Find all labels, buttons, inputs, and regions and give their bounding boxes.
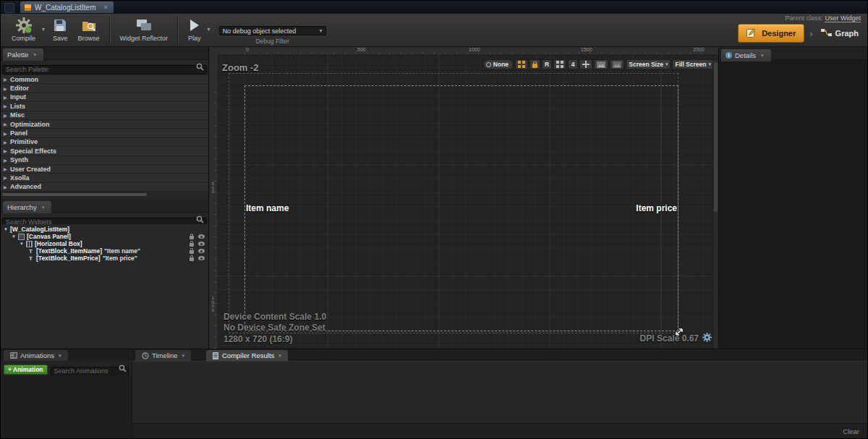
add-animation-button[interactable]: + Animation [4, 365, 48, 375]
palette-search-input[interactable] [2, 65, 207, 74]
clear-button[interactable]: Clear [843, 427, 859, 435]
lock-icon[interactable] [190, 236, 194, 239]
screen-size-select[interactable]: Screen Size ▾ [626, 59, 671, 69]
hierarchy-row[interactable]: ▼[Canvas Panel] [1, 233, 208, 240]
palette-category-label: Panel [10, 129, 27, 137]
titlebar: W_CatalogListItem × [1, 1, 867, 14]
rotation-mode-button[interactable]: R [542, 59, 552, 69]
expand-arrow-icon[interactable]: ▶ [4, 77, 10, 82]
palette-category[interactable]: ▶Common [1, 75, 208, 84]
scrollbar-thumb[interactable] [714, 62, 718, 212]
item-name-text-widget[interactable]: Item name [246, 203, 289, 213]
palette-category[interactable]: ▶Xsolla [1, 174, 208, 182]
expand-arrow-icon[interactable]: ▶ [4, 175, 10, 180]
palette-category-label: Special Effects [10, 148, 56, 155]
fill-screen-select[interactable]: Fill Screen ▾ [672, 59, 714, 69]
play-options-caret[interactable]: ▾ [206, 25, 212, 34]
expand-arrow-icon[interactable]: ▼ [4, 227, 10, 231]
palette-category[interactable]: ▶Panel [1, 129, 208, 137]
palette-category[interactable]: ▶Editor [1, 84, 208, 93]
save-button[interactable]: Save [48, 16, 73, 43]
compile-button[interactable]: Compile [7, 16, 41, 43]
animations-list-area[interactable] [1, 375, 132, 438]
widget-name: [TextBlock_ItemPrice] [36, 255, 101, 262]
chevron-down-icon: ▾ [665, 61, 668, 67]
animation-mode-select[interactable]: None [483, 59, 514, 69]
tab-details[interactable]: i Details ▾ [721, 49, 771, 61]
eye-icon[interactable] [198, 249, 205, 253]
expand-arrow-icon[interactable]: ▶ [4, 103, 10, 108]
hierarchy-row[interactable]: T[TextBlock_ItemName]"Item name" [1, 247, 208, 255]
dpi-scale-label: DPI Scale 0.67 [640, 333, 699, 344]
palette-category[interactable]: ▶Input [1, 93, 208, 102]
palette-scrollbar[interactable] [1, 192, 208, 197]
document-tab[interactable]: W_CatalogListItem × [20, 1, 114, 13]
expand-arrow-icon[interactable]: ▶ [4, 158, 10, 163]
tab-hierarchy[interactable]: Hierarchy ▾ [3, 201, 51, 213]
tab-close-icon[interactable]: × [103, 4, 107, 11]
move-tool-button[interactable] [579, 59, 592, 69]
palette-category-label: User Created [10, 166, 51, 173]
expand-arrow-icon[interactable]: ▼ [20, 242, 26, 246]
palette-category[interactable]: ▶Synth [1, 156, 208, 165]
debug-object-select[interactable]: No debug object selected ▾ [219, 26, 326, 35]
widget-reflector-button[interactable]: Widget Reflector [115, 16, 174, 43]
expand-arrow-icon[interactable]: ▶ [4, 122, 10, 127]
item-price-text-widget[interactable]: Item price [636, 203, 677, 213]
lock-toggle[interactable] [529, 59, 540, 69]
viewport-vertical-scrollbar[interactable] [712, 60, 718, 349]
parent-class-link[interactable]: User Widget [825, 14, 861, 22]
hierarchy-row[interactable]: T[TextBlock_ItemPrice]"Item price" [1, 255, 208, 262]
palette-category-label: Input [10, 93, 26, 101]
expand-arrow-icon[interactable]: ▶ [4, 184, 10, 189]
play-button[interactable]: Play [183, 16, 206, 43]
palette-category[interactable]: ▶Advanced [1, 183, 208, 192]
compile-options-caret[interactable]: ▾ [41, 25, 46, 34]
hierarchy-header: Hierarchy ▾ [1, 200, 208, 213]
designer-canvas[interactable]: Zoom -2 None R 4 [216, 54, 718, 349]
lock-icon[interactable] [190, 250, 194, 254]
play-triangle-icon [189, 17, 200, 34]
palette-category[interactable]: ▶Primitive [1, 138, 208, 147]
hierarchy-row[interactable]: ▼[W_CatalogListItem] [1, 226, 208, 233]
row-icons [190, 255, 205, 261]
palette-category[interactable]: ▶User Created [1, 165, 208, 174]
tab-compiler-results[interactable]: Compiler Results ▾ [206, 350, 288, 361]
scrollbar-thumb[interactable] [2, 193, 147, 196]
expand-arrow-icon[interactable]: ▶ [4, 131, 10, 136]
animations-search-input[interactable] [51, 367, 129, 376]
tab-timeline[interactable]: Timeline ▾ [135, 350, 191, 361]
designer-mode-button[interactable]: Designer [738, 24, 804, 43]
palette-category[interactable]: ▶Special Effects [1, 147, 208, 155]
eye-icon[interactable] [198, 242, 205, 246]
expand-arrow-icon[interactable]: ▼ [12, 234, 18, 239]
expand-arrow-icon[interactable]: ▶ [4, 148, 10, 153]
expand-arrow-icon[interactable]: ▶ [4, 140, 10, 145]
lock-icon[interactable] [190, 243, 194, 247]
grid-size-button[interactable]: 4 [568, 59, 578, 69]
widget-text-value: "Item price" [103, 255, 137, 262]
lock-icon[interactable] [190, 257, 194, 261]
expand-arrow-icon[interactable]: ▶ [4, 86, 10, 91]
tab-animations[interactable]: Animations ▾ [4, 350, 68, 361]
palette-category[interactable]: ▶Lists [1, 102, 208, 111]
palette-category[interactable]: ▶Misc [1, 111, 208, 120]
graph-mode-button[interactable]: Graph [818, 25, 861, 42]
expand-arrow-icon[interactable]: ▶ [4, 113, 10, 118]
snap-grid-toggle[interactable] [515, 59, 528, 69]
tab-palette[interactable]: Palette ▾ [3, 48, 43, 61]
preview-background-alt-button[interactable] [610, 59, 624, 69]
preview-background-button[interactable] [594, 59, 608, 69]
clock-icon [142, 352, 149, 359]
expand-arrow-icon[interactable]: ▶ [4, 166, 10, 171]
browse-button[interactable]: Browse [73, 16, 105, 43]
compiler-results-log[interactable] [132, 361, 867, 423]
eye-icon[interactable] [198, 234, 205, 239]
expand-arrow-icon[interactable]: ▶ [4, 95, 10, 100]
hierarchy-row[interactable]: ▼[Horizontal Box] [1, 240, 208, 247]
grid-snap-toggle[interactable] [553, 59, 566, 69]
eye-icon[interactable] [198, 256, 205, 260]
widget-root-outline[interactable]: Item name Item price [244, 85, 678, 331]
dpi-settings-gear-icon[interactable] [702, 333, 712, 344]
palette-category[interactable]: ▶Optimization [1, 120, 208, 129]
